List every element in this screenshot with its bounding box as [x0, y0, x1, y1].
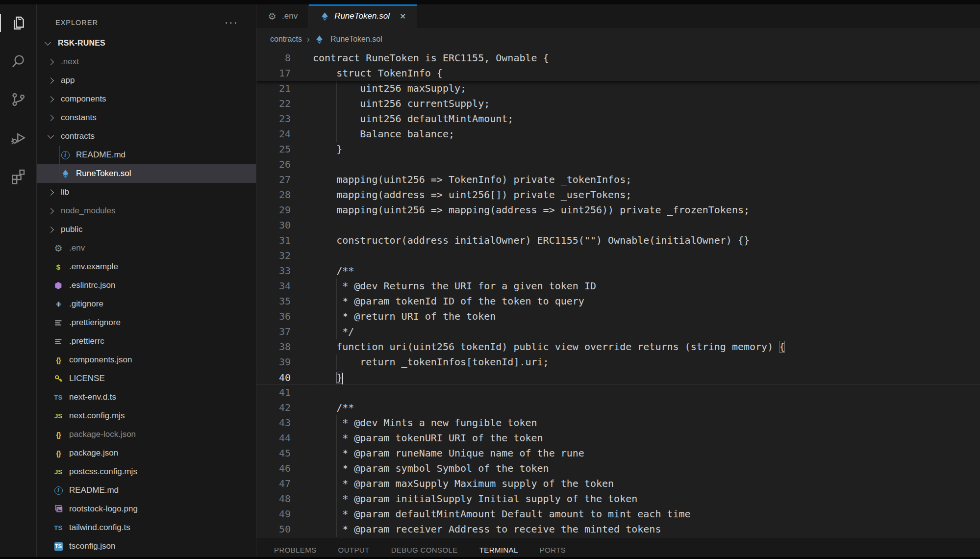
explorer-icon[interactable] — [0, 11, 37, 35]
indent-guide — [313, 431, 313, 446]
panel-tab-problems[interactable]: PROBLEMS — [274, 546, 317, 557]
line-number: 40 — [256, 370, 291, 384]
code-line-26: 26 — [256, 157, 980, 172]
code-line-43: 43 * @dev Mints a new fungible token — [256, 415, 980, 431]
tree-item--eslintrc-json[interactable]: ⬢.eslintrc.json — [37, 276, 256, 295]
panel-tab-debug-console[interactable]: DEBUG CONSOLE — [391, 546, 458, 557]
tree-item-label: contracts — [61, 131, 95, 141]
js-icon: JS — [53, 467, 63, 477]
tree-item-rsk-runes[interactable]: RSK-RUNES — [37, 34, 256, 52]
tab--env[interactable]: ⚙.env — [256, 4, 309, 28]
panel-tab-output[interactable]: OUTPUT — [338, 546, 370, 557]
tree-item-components[interactable]: components — [37, 90, 256, 108]
tree-item-label: tailwind.config.ts — [69, 523, 130, 533]
code-line-23: 23 uint256 defaultMintAmount; — [256, 111, 980, 127]
run-debug-icon[interactable] — [0, 126, 37, 150]
tree-item-tailwind-config-ts[interactable]: TStailwind.config.ts — [37, 518, 256, 537]
tree-item-constants[interactable]: constants — [37, 108, 256, 127]
indent-guide — [313, 507, 313, 522]
indent-guide — [336, 309, 337, 324]
source-control-icon[interactable] — [0, 88, 37, 111]
tree-item-node-modules[interactable]: node_modules — [37, 202, 256, 220]
sticky-line-17[interactable]: 17 struct TokenInfo { — [256, 66, 980, 81]
code-editor[interactable]: 21 uint256 maxSupply;22 uint256 currentS… — [256, 51, 980, 537]
sticky-line-8[interactable]: 8contract RuneToken is ERC1155, Ownable … — [256, 51, 980, 66]
gear-icon: ⚙ — [53, 243, 63, 253]
indent-guide — [313, 415, 313, 431]
chevron-right-icon — [48, 115, 54, 121]
code-line-36: 36 * @return URI of the token — [256, 309, 980, 324]
panel-tab-terminal[interactable]: TERMINAL — [479, 546, 518, 557]
indent-guide — [313, 218, 313, 233]
breadcrumb-file[interactable]: RuneToken.sol — [330, 35, 382, 44]
ts-icon: TS — [53, 523, 63, 533]
tree-item-readme-md[interactable]: iREADME.md — [37, 481, 256, 500]
tab-label: RuneToken.sol — [334, 11, 390, 21]
line-number: 32 — [256, 248, 291, 263]
tree-item--next[interactable]: .next — [37, 52, 256, 71]
ethereum-icon — [320, 11, 329, 21]
tree-item-app[interactable]: app — [37, 71, 256, 90]
tree-item-label: tsconfig.json — [69, 541, 116, 551]
tree-item-license[interactable]: LICENSE — [37, 369, 256, 388]
indent-guide — [336, 324, 337, 339]
matched-bracket: } — [336, 372, 342, 383]
tree-item-contracts[interactable]: contracts — [37, 127, 256, 146]
tree-item-tsconfig-json[interactable]: TStsconfig.json — [37, 537, 256, 556]
tree-item-label: public — [61, 225, 82, 234]
image-icon — [53, 504, 63, 514]
line-content: * @dev Returns the URI for a given token… — [313, 279, 980, 294]
tree-item-label: constants — [61, 113, 97, 123]
tree-item--gitignore[interactable]: .gitignore — [37, 295, 256, 313]
git-icon — [53, 299, 63, 309]
code-line-45: 45 * @param runeName Unique name of the … — [256, 446, 980, 461]
tree-item-package-json[interactable]: {}package.json — [37, 444, 256, 462]
lines-icon — [53, 336, 63, 346]
tree-item--prettierrc[interactable]: .prettierrc — [37, 332, 256, 351]
tree-item-lib[interactable]: lib — [37, 183, 256, 202]
extensions-icon[interactable] — [0, 164, 37, 188]
code-line-38: 38 function uri(uint256 tokenId) public … — [256, 339, 980, 355]
line-content: uint256 currentSupply; — [313, 96, 980, 111]
line-number: 24 — [256, 127, 291, 142]
indent-guide — [313, 324, 313, 339]
tree-item-next-env-d-ts[interactable]: TSnext-env.d.ts — [37, 388, 256, 407]
tab-label: .env — [282, 11, 298, 21]
line-content: /** — [313, 400, 980, 415]
tree-item-postcss-config-mjs[interactable]: JSpostcss.config.mjs — [37, 462, 256, 481]
more-actions-icon[interactable]: ··· — [225, 20, 246, 25]
indent-guide — [313, 263, 313, 279]
tree-item-label: .prettierignore — [69, 318, 121, 328]
line-content: } — [313, 142, 980, 157]
key-icon — [53, 374, 63, 383]
indent-guide — [313, 461, 313, 476]
line-content: return _tokenInfos[tokenId].uri; — [313, 355, 980, 370]
breadcrumb-folder[interactable]: contracts — [270, 35, 302, 44]
tree-item-package-lock-json[interactable]: {}package-lock.json — [37, 425, 256, 444]
tree-item--env[interactable]: ⚙.env — [37, 239, 256, 257]
tree-item-public[interactable]: public — [37, 220, 256, 239]
line-content: * @return URI of the token — [313, 309, 980, 324]
close-icon[interactable]: ✕ — [400, 12, 406, 21]
code-line-25: 25 } — [256, 142, 980, 157]
chevron-right-icon — [48, 59, 54, 65]
panel-tab-ports[interactable]: PORTS — [540, 546, 566, 557]
breadcrumb[interactable]: contracts › RuneToken.sol — [256, 28, 980, 51]
tree-item-label: next-env.d.ts — [69, 392, 116, 402]
tree-item-rootstock-logo-png[interactable]: rootstock-logo.png — [37, 500, 256, 518]
window-bottom-edge — [0, 557, 980, 559]
line-number: 50 — [256, 522, 291, 537]
line-number: 26 — [256, 157, 291, 172]
tree-item-readme-md[interactable]: iREADME.md — [37, 146, 256, 164]
tree-item--env-example[interactable]: $.env.example — [37, 257, 256, 276]
code-line-48: 48 * @param initialSupply Initial supply… — [256, 491, 980, 507]
tree-item-label: RuneToken.sol — [76, 169, 131, 178]
tree-item-runetoken-sol[interactable]: RuneToken.sol — [37, 164, 256, 183]
line-content: * @param symbol Symbol of the token — [313, 461, 980, 476]
tab-runetoken-sol[interactable]: RuneToken.sol✕ — [309, 4, 417, 28]
tree-item-components-json[interactable]: {}components.json — [37, 351, 256, 369]
line-number: 49 — [256, 507, 291, 522]
tree-item-next-config-mjs[interactable]: JSnext.config.mjs — [37, 407, 256, 425]
tree-item--prettierignore[interactable]: .prettierignore — [37, 313, 256, 332]
search-icon[interactable] — [0, 50, 37, 73]
